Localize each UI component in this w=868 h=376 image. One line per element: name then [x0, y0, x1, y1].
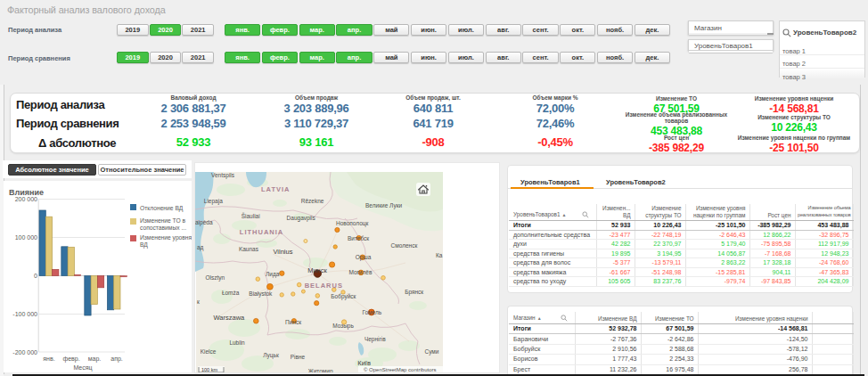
svg-text:Отклонение ВД: Отклонение ВД — [140, 205, 184, 212]
svg-text:Vilnius: Vilnius — [274, 248, 293, 256]
svg-text:Пинск: Пинск — [285, 319, 301, 325]
svg-text:Луцьк: Луцьк — [263, 352, 279, 359]
svg-text:Великие Луки: Великие Луки — [365, 202, 402, 209]
svg-text:Рівне: Рівне — [291, 354, 306, 360]
svg-text:Новополоцк: Новополоцк — [336, 220, 368, 227]
svg-text:Kielce: Kielce — [201, 348, 217, 355]
svg-text:Kaunas: Kaunas — [239, 246, 259, 252]
svg-text:LITHUANIA: LITHUANIA — [240, 228, 283, 236]
svg-text:aipėda: aipėda — [195, 219, 213, 226]
svg-text:Изменение уровня: Изменение уровня — [140, 234, 192, 241]
svg-text:к: к — [197, 298, 200, 305]
svg-text:100 000: 100 000 — [15, 234, 37, 241]
svg-text:-200 000: -200 000 — [12, 349, 37, 356]
svg-text:Минск: Минск — [307, 266, 327, 274]
svg-text:Гомель: Гомель — [362, 309, 381, 315]
svg-text:0: 0 — [34, 273, 37, 279]
svg-text:Смоленск: Смоленск — [391, 242, 418, 249]
svg-text:Чернігів: Чернігів — [364, 336, 386, 343]
svg-text:Daugavpils: Daugavpils — [287, 215, 316, 222]
svg-text:сопоставимых ...: сопоставимых ... — [140, 225, 186, 231]
svg-text:Olsztyn: Olsztyn — [205, 274, 225, 282]
svg-text:ад: ад — [197, 244, 204, 251]
svg-text:янв.: янв. — [43, 356, 54, 362]
svg-text:Ка: Ка — [436, 252, 443, 258]
svg-text:Суми: Суми — [425, 348, 439, 356]
svg-text:200 000: 200 000 — [15, 196, 37, 202]
svg-text:апр.: апр. — [111, 356, 123, 363]
svg-text:Київ: Київ — [357, 359, 371, 367]
svg-text:Витебск: Витебск — [348, 235, 369, 241]
svg-text:Rēzekne: Rēzekne — [301, 198, 324, 204]
svg-text:100 km: 100 km — [201, 367, 217, 372]
svg-text:Бобруйск: Бобруйск — [331, 293, 356, 300]
svg-text:Liepaja: Liepaja — [204, 198, 223, 205]
svg-text:Изменение ТО в: Изменение ТО в — [140, 217, 185, 224]
svg-text:-100 000: -100 000 — [12, 311, 37, 317]
svg-text:февр.: февр. — [62, 356, 79, 363]
svg-text:Лида: Лида — [266, 271, 280, 278]
svg-text:Могилёв: Могилёв — [348, 269, 373, 275]
svg-text:Месяц: Месяц — [73, 364, 92, 372]
svg-text:Warszawa: Warszawa — [214, 314, 246, 322]
svg-text:Łomża: Łomża — [222, 290, 240, 296]
svg-text:© OpenStreetMap contributors: © OpenStreetMap contributors — [364, 367, 436, 372]
svg-text:Орша: Орша — [356, 254, 372, 261]
svg-text:Брянск: Брянск — [405, 289, 423, 296]
svg-text:LATVIA: LATVIA — [261, 185, 291, 193]
svg-text:Ventspils: Ventspils — [211, 172, 235, 179]
svg-text:Šiauliai: Šiauliai — [242, 212, 260, 219]
svg-text:Мозырь: Мозырь — [332, 323, 354, 330]
svg-text:Białystok: Białystok — [249, 290, 273, 298]
svg-text:Lublin: Lublin — [229, 339, 245, 346]
svg-text:BELARUS: BELARUS — [305, 282, 343, 290]
svg-text:ВД: ВД — [140, 241, 148, 249]
svg-text:мар.: мар. — [88, 356, 102, 363]
svg-text:Житомир: Житомир — [308, 368, 333, 372]
